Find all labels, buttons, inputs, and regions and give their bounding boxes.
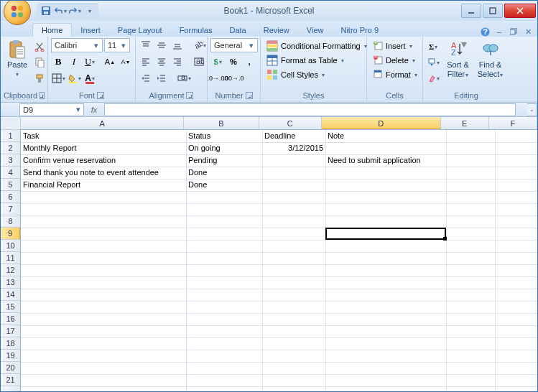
row-header-2[interactable]: 2 (1, 142, 20, 154)
increase-indent-button[interactable] (154, 71, 169, 85)
cell[interactable]: Task (21, 130, 186, 142)
cut-button[interactable] (32, 39, 47, 54)
row-header-6[interactable]: 6 (1, 191, 20, 203)
tab-nitro[interactable]: Nitro Pro 9 (332, 24, 387, 37)
find-select-button[interactable]: Find & Select▾ (474, 38, 506, 85)
bold-button[interactable]: B (51, 55, 65, 69)
format-cells-button[interactable]: Format▾ (370, 68, 420, 81)
row-header-12[interactable]: 12 (1, 264, 20, 276)
row-header-18[interactable]: 18 (1, 337, 20, 350)
underline-button[interactable]: U▾ (83, 55, 97, 69)
redo-button[interactable]: ▾ (68, 4, 81, 17)
row-header-9[interactable]: 9 (1, 228, 20, 240)
conditional-formatting-button[interactable]: Conditional Formatting▾ (264, 39, 370, 52)
cell[interactable]: Monthly Report (21, 142, 186, 154)
number-format-combo[interactable]: General▾ (210, 38, 258, 52)
row-header-10[interactable]: 10 (1, 240, 20, 252)
cell[interactable]: Pending (186, 154, 262, 167)
select-all-corner[interactable] (1, 117, 21, 130)
tab-data[interactable]: Data (221, 24, 254, 37)
name-box[interactable]: D9▾ (19, 103, 84, 116)
fx-label[interactable]: fx (88, 106, 100, 114)
row-header-7[interactable]: 7 (1, 203, 20, 215)
close-button[interactable] (504, 4, 536, 18)
decrease-decimal-button[interactable]: .00→.0 (226, 71, 241, 85)
insert-cells-button[interactable]: +Insert▾ (370, 39, 420, 52)
col-header-a[interactable]: A (21, 117, 184, 129)
font-size-combo[interactable]: 11▾ (104, 38, 130, 52)
grow-font-button[interactable]: A▲ (103, 55, 117, 69)
workbook-restore-button[interactable] (509, 27, 519, 37)
row-header-17[interactable]: 17 (1, 325, 20, 337)
sort-filter-button[interactable]: AZ Sort & Filter▾ (443, 38, 473, 85)
copy-button[interactable] (32, 55, 47, 70)
shrink-font-button[interactable]: A▼ (119, 55, 133, 69)
align-bottom-button[interactable] (170, 38, 185, 52)
row-header-4[interactable]: 4 (1, 167, 20, 179)
formula-bar[interactable] (104, 103, 516, 116)
autosum-button[interactable]: Σ▾ (426, 39, 440, 54)
row-header-8[interactable]: 8 (1, 215, 20, 228)
ribbon-minimize-button[interactable]: – (494, 27, 504, 37)
comma-format-button[interactable]: , (242, 55, 256, 69)
col-header-f[interactable]: F (489, 117, 537, 129)
accounting-format-button[interactable]: $▾ (210, 55, 225, 69)
cell[interactable]: Confirm venue reservation (21, 154, 186, 167)
percent-format-button[interactable]: % (226, 55, 241, 69)
align-center-button[interactable] (154, 55, 169, 69)
cell[interactable]: Note (325, 130, 446, 142)
cell[interactable]: Need to submit application (325, 154, 446, 167)
merge-center-button[interactable]: a▾ (176, 71, 193, 85)
align-left-button[interactable] (139, 55, 153, 69)
font-color-button[interactable]: A▾ (83, 71, 97, 85)
col-header-e[interactable]: E (441, 117, 489, 129)
delete-cells-button[interactable]: ×Delete▾ (370, 54, 420, 67)
cell[interactable]: Done (186, 179, 262, 191)
fill-color-button[interactable]: ▾ (67, 71, 81, 85)
cell[interactable]: On going (186, 142, 262, 154)
row-header-1[interactable]: 1 (1, 130, 20, 142)
row-header-20[interactable]: 20 (1, 362, 20, 374)
col-header-c[interactable]: C (259, 117, 322, 129)
tab-formulas[interactable]: Formulas (171, 24, 221, 37)
cell[interactable]: Send thank you note to event attendee (21, 167, 186, 179)
row-header-15[interactable]: 15 (1, 301, 20, 313)
save-button[interactable] (40, 4, 52, 17)
row-header-19[interactable]: 19 (1, 350, 20, 362)
cell[interactable]: Deadline (262, 130, 325, 142)
align-middle-button[interactable] (154, 38, 169, 52)
tab-home[interactable]: Home (32, 23, 72, 37)
clipboard-launcher[interactable] (40, 92, 45, 99)
cell-grid[interactable]: TaskStatusDeadlineNoteMonthly ReportOn g… (21, 130, 537, 391)
help-button[interactable]: ? (480, 27, 490, 37)
paste-button[interactable]: Paste▾ (4, 38, 31, 85)
row-header-11[interactable]: 11 (1, 252, 20, 264)
cell[interactable]: 3/12/2015 (262, 142, 325, 154)
wrap-text-button[interactable]: ab (192, 55, 206, 69)
col-header-d[interactable]: D (322, 117, 441, 129)
col-header-b[interactable]: B (184, 117, 259, 129)
row-header-3[interactable]: 3 (1, 154, 20, 167)
cell[interactable]: Status (186, 130, 262, 142)
align-top-button[interactable] (139, 38, 153, 52)
minimize-button[interactable] (461, 4, 481, 18)
row-header-14[interactable]: 14 (1, 289, 20, 301)
italic-button[interactable]: I (67, 55, 81, 69)
fill-button[interactable]: ▾ (426, 55, 440, 70)
row-header-13[interactable]: 13 (1, 276, 20, 289)
tab-review[interactable]: Review (255, 24, 298, 37)
font-name-combo[interactable]: Calibri▾ (51, 38, 103, 52)
orientation-button[interactable]: ab▾ (192, 38, 206, 52)
decrease-indent-button[interactable] (139, 71, 153, 85)
maximize-button[interactable] (483, 4, 503, 18)
align-right-button[interactable] (170, 55, 185, 69)
clear-button[interactable]: ▾ (426, 71, 440, 85)
borders-button[interactable]: ▾ (51, 71, 65, 85)
formula-bar-expand[interactable]: ⌄ (527, 103, 537, 116)
undo-button[interactable]: ▾ (54, 4, 67, 17)
workbook-close-button[interactable]: ✕ (523, 27, 533, 37)
cell[interactable]: Financial Report (21, 179, 186, 191)
format-as-table-button[interactable]: Format as Table▾ (264, 54, 370, 67)
format-painter-button[interactable] (32, 71, 47, 85)
row-header-21[interactable]: 21 (1, 374, 20, 386)
